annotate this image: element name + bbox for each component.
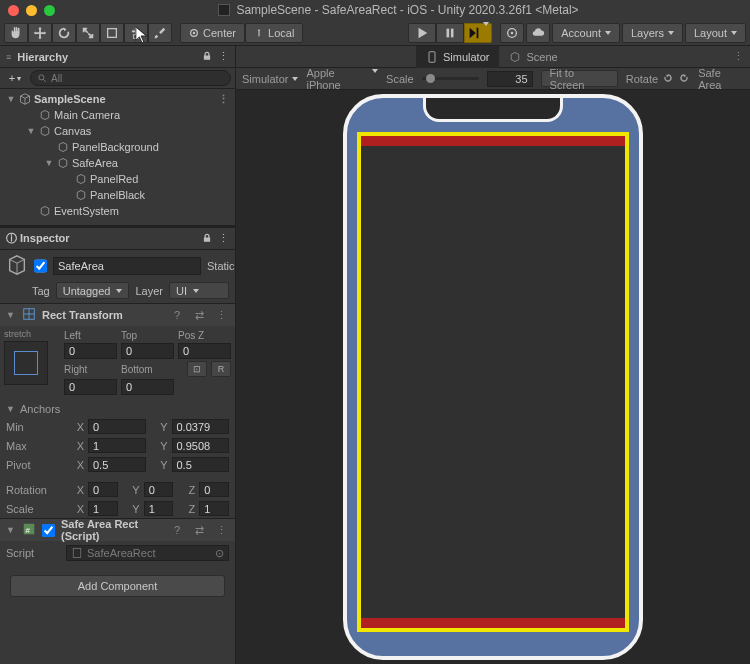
tab-label: Scene <box>526 51 557 63</box>
layer-label: Layer <box>135 285 163 297</box>
pivot-y-input[interactable]: 0.5 <box>172 457 230 472</box>
rotation-y-input[interactable]: 0 <box>144 482 174 497</box>
component-foldout-icon[interactable]: ▼ <box>6 525 16 535</box>
gameobject-icon[interactable] <box>6 254 28 278</box>
device-dropdown[interactable]: Apple iPhone <box>306 67 378 91</box>
hierarchy-tree: ▼ SampleScene ⋮ Main Camera ▼Canvas Pane… <box>0 89 235 225</box>
pivot-mode-button[interactable]: Center <box>180 23 245 43</box>
device-notch <box>423 98 563 122</box>
top-input[interactable]: 0 <box>121 343 174 359</box>
scale-value-input[interactable]: 35 <box>487 71 533 87</box>
custom-tools-button[interactable] <box>148 23 172 43</box>
rotation-x-input[interactable]: 0 <box>88 482 118 497</box>
script-reference-field[interactable]: SafeAreaRect ⊙ <box>66 545 229 561</box>
rotation-mode-button[interactable]: Local <box>245 23 303 43</box>
gameobject-enabled-checkbox[interactable] <box>34 259 47 273</box>
window-title: SampleScene - SafeAreaRect - iOS - Unity… <box>55 3 742 17</box>
pause-button[interactable] <box>436 23 464 43</box>
add-component-button[interactable]: Add Component <box>10 575 225 597</box>
scene-menu-icon[interactable]: ⋮ <box>218 93 229 106</box>
anchors-foldout-icon[interactable]: ▼ <box>6 404 16 414</box>
maximize-icon[interactable] <box>44 5 55 16</box>
blueprint-mode-button[interactable]: ⊡ <box>187 361 207 377</box>
component-preset-icon[interactable]: ⇄ <box>191 524 207 537</box>
posz-input[interactable]: 0 <box>178 343 231 359</box>
scale-tool-button[interactable] <box>76 23 100 43</box>
tree-item[interactable]: ▼SafeArea <box>0 155 235 171</box>
anchor-preset-button[interactable] <box>4 341 48 385</box>
scale-slider[interactable] <box>422 77 479 80</box>
tree-item[interactable]: PanelBlack <box>0 187 235 203</box>
bottom-input[interactable]: 0 <box>121 379 174 395</box>
rotation-z-input[interactable]: 0 <box>199 482 229 497</box>
tab-simulator[interactable]: Simulator <box>416 46 499 68</box>
tab-scene[interactable]: Scene <box>499 46 567 68</box>
pivot-x-input[interactable]: 0.5 <box>88 457 146 472</box>
layer-dropdown[interactable]: UI <box>169 282 229 299</box>
pivot-mode-label: Center <box>203 27 236 39</box>
safe-area-toggle[interactable]: Safe Area <box>698 67 744 91</box>
anchor-label-h: stretch <box>4 329 31 339</box>
move-tool-button[interactable] <box>28 23 52 43</box>
layer-value: UI <box>176 285 187 297</box>
tree-item-label: EventSystem <box>54 205 119 217</box>
fit-to-screen-button[interactable]: Fit to Screen <box>541 70 618 87</box>
component-help-icon[interactable]: ? <box>169 524 185 536</box>
lock-icon[interactable] <box>202 233 212 245</box>
component-help-icon[interactable]: ? <box>169 309 185 321</box>
anchor-min-y-input[interactable]: 0.0379 <box>172 419 230 434</box>
right-input[interactable]: 0 <box>64 379 117 395</box>
create-dropdown[interactable]: +▾ <box>4 70 26 86</box>
raw-edit-button[interactable]: R <box>211 361 231 377</box>
panel-menu-icon[interactable]: ⋮ <box>733 50 744 63</box>
component-enabled-checkbox[interactable] <box>42 524 55 537</box>
hand-tool-button[interactable] <box>4 23 28 43</box>
tree-item[interactable]: ▼Canvas <box>0 123 235 139</box>
inspector-icon: ⓘ <box>6 232 17 244</box>
component-title: Safe Area Rect (Script) <box>61 518 163 542</box>
rotate-ccw-button[interactable] <box>662 72 674 86</box>
step-button[interactable] <box>464 23 492 43</box>
minimize-icon[interactable] <box>26 5 37 16</box>
anchor-min-x-input[interactable]: 0 <box>88 419 146 434</box>
tree-item[interactable]: Main Camera <box>0 107 235 123</box>
panel-menu-icon[interactable]: ⋮ <box>218 50 229 63</box>
layers-dropdown[interactable]: Layers <box>622 23 683 43</box>
component-title: Rect Transform <box>42 309 163 321</box>
tag-value: Untagged <box>63 285 111 297</box>
gameobject-name-input[interactable] <box>53 257 201 275</box>
rotate-cw-button[interactable] <box>678 72 690 86</box>
play-button[interactable] <box>408 23 436 43</box>
tag-dropdown[interactable]: Untagged <box>56 282 130 299</box>
rotate-tool-button[interactable] <box>52 23 76 43</box>
tree-item[interactable]: EventSystem <box>0 203 235 219</box>
collab-button[interactable] <box>500 23 524 43</box>
svg-rect-5 <box>447 28 450 37</box>
anchor-max-x-input[interactable]: 1 <box>88 438 146 453</box>
layout-dropdown[interactable]: Layout <box>685 23 746 43</box>
component-foldout-icon[interactable]: ▼ <box>6 310 16 320</box>
left-input[interactable]: 0 <box>64 343 117 359</box>
panel-red-bottom <box>361 618 625 628</box>
scene-icon <box>509 51 521 63</box>
component-preset-icon[interactable]: ⇄ <box>191 309 207 322</box>
account-dropdown[interactable]: Account <box>552 23 620 43</box>
scene-item[interactable]: ▼ SampleScene ⋮ <box>0 91 235 107</box>
close-icon[interactable] <box>8 5 19 16</box>
tree-item[interactable]: PanelBackground <box>0 139 235 155</box>
object-picker-icon[interactable]: ⊙ <box>215 547 224 560</box>
tree-item[interactable]: PanelRed <box>0 171 235 187</box>
component-menu-icon[interactable]: ⋮ <box>213 524 229 537</box>
panel-menu-icon[interactable]: ⋮ <box>218 232 229 245</box>
cloud-button[interactable] <box>526 23 550 43</box>
hierarchy-foldout-icon[interactable]: ≡ <box>6 52 11 62</box>
lock-icon[interactable] <box>202 51 212 63</box>
scale-y-input[interactable]: 1 <box>144 501 174 516</box>
component-menu-icon[interactable]: ⋮ <box>213 309 229 322</box>
scale-z-input[interactable]: 1 <box>199 501 229 516</box>
scale-x-input[interactable]: 1 <box>88 501 118 516</box>
simulator-mode-dropdown[interactable]: Simulator <box>242 73 298 85</box>
rect-tool-button[interactable] <box>100 23 124 43</box>
hierarchy-search-input[interactable]: All <box>30 70 231 86</box>
anchor-max-y-input[interactable]: 0.9508 <box>172 438 230 453</box>
